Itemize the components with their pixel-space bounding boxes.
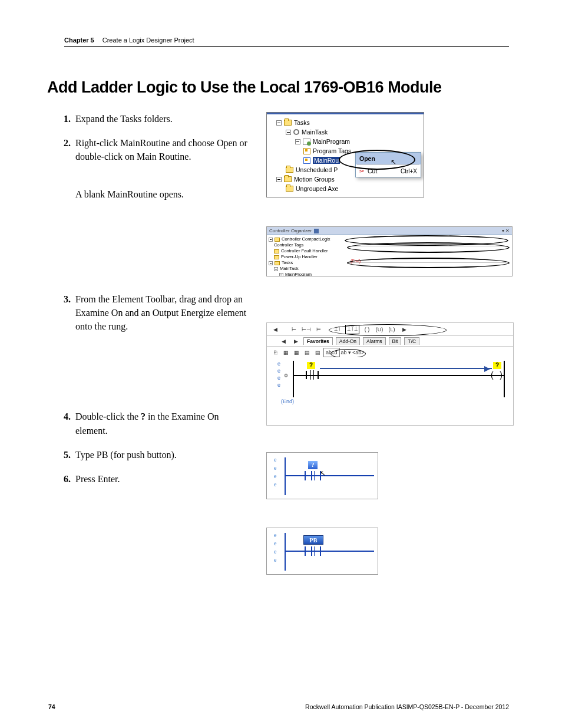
tab-alarms[interactable]: Alarms bbox=[363, 337, 385, 345]
figure-examine-on-pb: e e e e PB bbox=[266, 528, 378, 575]
error-marker: e bbox=[274, 456, 276, 463]
toolbar-btn[interactable]: ▦ bbox=[292, 348, 301, 357]
running-header: Chapter 5 Create a Logix Designer Projec… bbox=[64, 37, 509, 47]
ladder-editor-pane: (End) bbox=[343, 235, 512, 276]
chapter-title: Create a Logix Designer Project bbox=[103, 37, 194, 44]
rung-icon[interactable]: ⊢ bbox=[289, 325, 299, 334]
unassigned-tag[interactable]: ? bbox=[307, 362, 315, 369]
lp-maintask[interactable]: MainTask bbox=[269, 266, 342, 272]
folder-icon bbox=[275, 238, 280, 242]
step-number: 1. bbox=[59, 112, 75, 126]
lp-mainprogram[interactable]: MainProgram bbox=[269, 272, 342, 276]
step-text: Double-click the ? in the Examine On ele… bbox=[75, 410, 247, 437]
publication-id: Rockwell Automation Publication IASIMP-Q… bbox=[305, 703, 509, 710]
xio-element[interactable] bbox=[306, 371, 319, 379]
nav-left-icon[interactable]: ◀ bbox=[279, 337, 288, 346]
step4-pre: Double-click the bbox=[75, 411, 141, 421]
branch-icon[interactable]: ⊢⊣ bbox=[302, 325, 311, 334]
folder-icon bbox=[284, 120, 292, 126]
folder-icon bbox=[286, 186, 293, 192]
tree-maintask[interactable]: MainTask bbox=[269, 127, 421, 137]
tab-bit[interactable]: Bit bbox=[389, 337, 402, 345]
ote-element[interactable] bbox=[491, 371, 503, 379]
page-footer: 74 Rockwell Automation Publication IASIM… bbox=[48, 703, 509, 710]
tag-pb[interactable]: PB bbox=[303, 535, 323, 545]
chapter-label: Chapter 5 bbox=[64, 37, 94, 44]
step-text: Press Enter. bbox=[75, 472, 247, 486]
folder-icon bbox=[275, 261, 280, 265]
folder-icon bbox=[274, 249, 279, 253]
error-marker: e bbox=[274, 532, 276, 538]
step-4: 4. Double-click the ? in the Examine On … bbox=[59, 410, 247, 437]
cursor-icon: ↖ bbox=[391, 158, 396, 166]
unassigned-tag[interactable]: ? bbox=[493, 362, 501, 369]
menu-open[interactable]: Open bbox=[356, 153, 421, 164]
callout-oval bbox=[347, 242, 510, 253]
context-menu: Open CutCtrl+X bbox=[355, 152, 421, 177]
step-text: Right-click MainRoutine and choose Open … bbox=[75, 136, 247, 163]
rung-end-label: (End) bbox=[281, 398, 294, 404]
error-marker: e bbox=[277, 375, 280, 381]
error-marker: e bbox=[274, 540, 276, 546]
tree-ungrouped[interactable]: Ungrouped Axe bbox=[269, 184, 421, 193]
lp-controller[interactable]: Controller CompactLogix bbox=[269, 236, 342, 242]
tree-tasks[interactable]: Tasks bbox=[269, 118, 421, 127]
folder-icon bbox=[274, 255, 279, 259]
toolbar-btn[interactable]: ⎘ bbox=[270, 348, 280, 357]
folder-icon bbox=[284, 176, 292, 182]
nav-left-icon[interactable]: ◀ bbox=[270, 325, 280, 334]
error-marker: e bbox=[277, 368, 280, 374]
error-marker: e bbox=[277, 382, 280, 388]
figure-element-toolbar-drop: ◀ ⊢ ⊢⊣ ⊨ ⟘⟙ ⟘⟙⟘ ( ) (U) (L) ▶ ◀ ▶ Favori… bbox=[266, 322, 514, 426]
section-title: Add Ladder Logic to Use the Local 1769-O… bbox=[47, 78, 442, 97]
note-blank-routine: A blank MainRoutine opens. bbox=[75, 187, 247, 201]
tree-mainprogram[interactable]: MainProgram bbox=[269, 137, 421, 146]
toolbar-btn[interactable]: ▤ bbox=[313, 348, 322, 357]
routine-icon bbox=[303, 157, 310, 164]
lp-ctrl-tags[interactable]: Controller Tags bbox=[269, 242, 342, 248]
step-text: Expand the Tasks folders. bbox=[75, 112, 247, 126]
tab-favorites[interactable]: Favorites bbox=[303, 337, 333, 345]
tags-icon bbox=[303, 148, 310, 154]
cursor-icon: ↖ bbox=[320, 469, 326, 478]
callout-oval bbox=[329, 324, 447, 336]
drag-arrow bbox=[320, 368, 492, 369]
scissors-icon bbox=[359, 167, 364, 174]
lp-power[interactable]: Power-Up Handler bbox=[269, 254, 342, 260]
rung-number: 0 bbox=[285, 373, 287, 378]
xio-element[interactable] bbox=[305, 471, 321, 480]
toolbar-btn[interactable]: ▦ bbox=[281, 348, 290, 357]
page-number: 74 bbox=[48, 703, 55, 710]
nav-right-icon[interactable]: ▶ bbox=[291, 337, 300, 346]
tag-question[interactable]: ? bbox=[308, 461, 318, 469]
error-marker: e bbox=[274, 556, 276, 563]
xio-element[interactable] bbox=[305, 546, 321, 556]
folder-icon bbox=[286, 167, 293, 173]
error-marker: e bbox=[274, 465, 276, 471]
dropdown-icon[interactable] bbox=[314, 229, 319, 233]
organizer-titlebar: Controller Organizer ▾ ✕ bbox=[267, 227, 512, 235]
figure-examine-on-question: e e e e ? ↖ bbox=[266, 452, 378, 499]
callout-oval bbox=[347, 258, 510, 268]
step-number: 2. bbox=[59, 136, 75, 163]
error-marker: e bbox=[277, 361, 280, 367]
step-number: 3. bbox=[59, 292, 75, 334]
lp-fault[interactable]: Controller Fault Handler bbox=[269, 248, 342, 254]
step-number: 5. bbox=[59, 448, 75, 462]
step-text: From the Element Toolbar, drag and drop … bbox=[75, 292, 247, 334]
figure-blank-mainroutine: Controller Organizer ▾ ✕ Controller Comp… bbox=[266, 226, 513, 276]
step-number: 6. bbox=[59, 472, 75, 486]
step-1: 1. Expand the Tasks folders. bbox=[59, 112, 247, 126]
figure-tree-open-menu: Tasks MainTask MainProgram Program Tags … bbox=[266, 112, 424, 197]
ladder-canvas[interactable]: e e e e 0 (End) ? ? bbox=[267, 357, 513, 425]
lp-tasks[interactable]: Tasks bbox=[269, 260, 342, 266]
toolbar-btn[interactable]: ▤ bbox=[302, 348, 312, 357]
menu-cut[interactable]: CutCtrl+X bbox=[356, 165, 421, 177]
toolbar-tabs: ◀ ▶ Favorites Add-On Alarms Bit T/C bbox=[267, 336, 513, 347]
body-column: 1. Expand the Tasks folders. 2. Right-cl… bbox=[59, 112, 247, 496]
error-marker: e bbox=[274, 473, 276, 479]
branch-level-icon[interactable]: ⊨ bbox=[314, 325, 323, 334]
tab-tc[interactable]: T/C bbox=[404, 337, 419, 345]
tab-addon[interactable]: Add-On bbox=[336, 337, 360, 345]
step-2: 2. Right-click MainRoutine and choose Op… bbox=[59, 136, 247, 163]
